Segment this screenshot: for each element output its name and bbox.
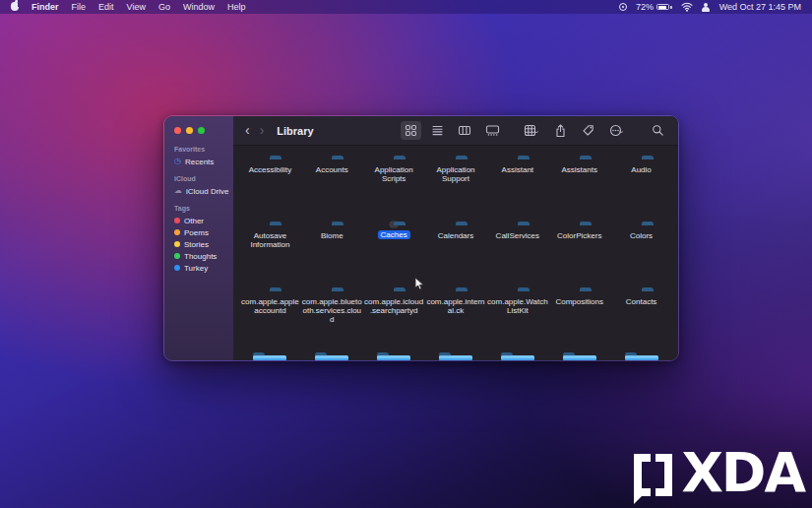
folder-item[interactable] xyxy=(486,349,548,360)
sidebar-item-label: Poems xyxy=(184,228,209,237)
finder-toolbar: ‹ › Library xyxy=(233,116,678,146)
folder-label: Application Scripts xyxy=(363,165,424,183)
back-chevron-icon[interactable]: ‹ xyxy=(243,123,252,137)
sidebar-section-favorites: Favorites xyxy=(174,146,233,153)
user-switch-icon[interactable] xyxy=(702,3,711,12)
gallery-view-button[interactable] xyxy=(481,121,504,140)
folder-label: Colors xyxy=(630,231,653,240)
folder-label: Calendars xyxy=(438,231,473,240)
menu-go[interactable]: Go xyxy=(158,2,170,12)
folder-label: Audio xyxy=(631,165,651,174)
folder-item[interactable] xyxy=(363,349,425,360)
watermark-text: XDA xyxy=(681,450,804,496)
folder-item[interactable]: Accounts xyxy=(301,152,363,218)
sidebar-item-recents[interactable]: ◷ Recents xyxy=(172,156,233,167)
folder-item[interactable]: com.apple.appleaccountd xyxy=(239,284,301,349)
sidebar-tag-other[interactable]: Other xyxy=(172,215,233,226)
zoom-button[interactable] xyxy=(198,127,205,134)
share-button[interactable] xyxy=(550,121,571,141)
tag-color-dot xyxy=(174,265,180,271)
apple-menu-icon[interactable] xyxy=(11,2,19,11)
folder-item[interactable] xyxy=(301,349,363,360)
chevron-down-icon: ⌄ xyxy=(532,127,540,135)
folder-item[interactable]: ColorPickers xyxy=(548,218,610,284)
folder-label: Accounts xyxy=(316,165,348,174)
tag-color-dot xyxy=(174,241,180,247)
folder-item[interactable] xyxy=(610,349,672,360)
folder-label: Biome xyxy=(321,231,344,240)
finder-sidebar: Favorites ◷ Recents iCloud ☁ iCloud Driv… xyxy=(164,116,233,360)
folder-grid: Accessibility Accounts Application Scrip… xyxy=(233,146,678,360)
menu-finder[interactable]: Finder xyxy=(31,2,59,12)
chevron-down-icon: ⌄ xyxy=(617,127,625,135)
recents-clock-icon: ◷ xyxy=(174,158,181,165)
menu-window[interactable]: Window xyxy=(183,2,215,12)
sidebar-item-label: Recents xyxy=(185,158,214,166)
wifi-icon[interactable] xyxy=(681,2,693,12)
folder-icon xyxy=(501,355,534,360)
folder-item[interactable]: Calendars xyxy=(425,218,487,284)
menu-bar: Finder File Edit View Go Window Help 72%… xyxy=(0,0,812,14)
folder-item[interactable]: Contacts xyxy=(610,284,672,349)
folder-item[interactable]: Assistants xyxy=(548,152,610,218)
folder-item[interactable] xyxy=(548,349,610,360)
sidebar-tag-poems[interactable]: Poems xyxy=(172,226,233,238)
folder-item[interactable] xyxy=(239,349,301,360)
folder-item[interactable]: Biome xyxy=(301,218,363,284)
column-view-button[interactable] xyxy=(454,121,475,140)
sidebar-item-icloud-drive[interactable]: ☁ iCloud Drive xyxy=(172,185,233,197)
tag-icon xyxy=(582,124,594,137)
folder-item[interactable]: com.apple.bluetooth.services.cloud xyxy=(301,284,363,349)
minimize-button[interactable] xyxy=(186,127,193,134)
folder-item[interactable]: CallServices xyxy=(486,218,548,284)
folder-item[interactable]: Application Support xyxy=(425,152,487,218)
folder-item[interactable]: com.apple.internal.ck xyxy=(425,284,487,349)
folder-item[interactable]: Audio xyxy=(610,152,672,218)
folder-item[interactable] xyxy=(425,349,487,360)
folder-label: com.apple.icloud.searchpartyd xyxy=(363,297,424,315)
group-options-button[interactable]: ⌄ xyxy=(520,121,543,140)
folder-icon xyxy=(253,355,286,360)
folder-icon xyxy=(439,355,472,360)
folder-item-selected[interactable]: Caches xyxy=(363,218,425,284)
battery-status[interactable]: 72% xyxy=(636,2,672,12)
folder-label: com.apple.bluetooth.services.cloud xyxy=(301,297,362,324)
search-button[interactable] xyxy=(648,121,668,140)
tags-button[interactable] xyxy=(578,121,598,140)
folder-label: com.apple.internal.ck xyxy=(425,297,486,315)
sidebar-tag-thoughts[interactable]: Thoughts xyxy=(172,250,233,262)
tag-color-dot xyxy=(174,253,180,259)
menu-file[interactable]: File xyxy=(72,2,87,12)
sidebar-tag-stories[interactable]: Stories xyxy=(172,238,233,250)
folder-item[interactable]: Assistant xyxy=(486,152,548,218)
folder-item[interactable]: Accessibility xyxy=(239,152,301,218)
menu-help[interactable]: Help xyxy=(227,2,246,12)
folder-icon xyxy=(315,355,348,360)
folder-item[interactable]: Colors xyxy=(610,218,672,284)
finder-window: Favorites ◷ Recents iCloud ☁ iCloud Driv… xyxy=(163,115,679,361)
forward-chevron-icon[interactable]: › xyxy=(258,123,267,137)
menu-edit[interactable]: Edit xyxy=(98,2,114,12)
close-button[interactable] xyxy=(174,127,181,134)
folder-item[interactable]: Application Scripts xyxy=(363,152,425,218)
folder-label: Application Support xyxy=(425,165,486,183)
more-options-button[interactable]: ⌄ xyxy=(605,121,628,140)
folder-icon xyxy=(377,355,410,360)
record-circle-icon[interactable] xyxy=(619,3,627,11)
sidebar-tag-turkey[interactable]: Turkey xyxy=(172,262,233,274)
folder-item[interactable]: Compositions xyxy=(548,284,610,349)
folder-label: Contacts xyxy=(626,297,657,306)
menu-view[interactable]: View xyxy=(127,2,146,12)
folder-item[interactable]: Autosave Information xyxy=(239,218,301,284)
folder-label: com.apple.WatchListKit xyxy=(487,297,548,315)
battery-percent-label: 72% xyxy=(636,2,654,12)
icon-view-button[interactable] xyxy=(401,121,421,140)
menu-bar-clock[interactable]: Wed Oct 27 1:45 PM xyxy=(719,2,801,12)
battery-nub xyxy=(670,6,672,9)
tag-color-dot xyxy=(174,218,180,223)
list-view-button[interactable] xyxy=(427,121,448,140)
tag-color-dot xyxy=(174,229,180,235)
folder-item[interactable]: com.apple.icloud.searchpartyd xyxy=(363,284,425,349)
folder-item[interactable]: com.apple.WatchListKit xyxy=(486,284,548,349)
gallery-view-icon xyxy=(485,124,500,137)
